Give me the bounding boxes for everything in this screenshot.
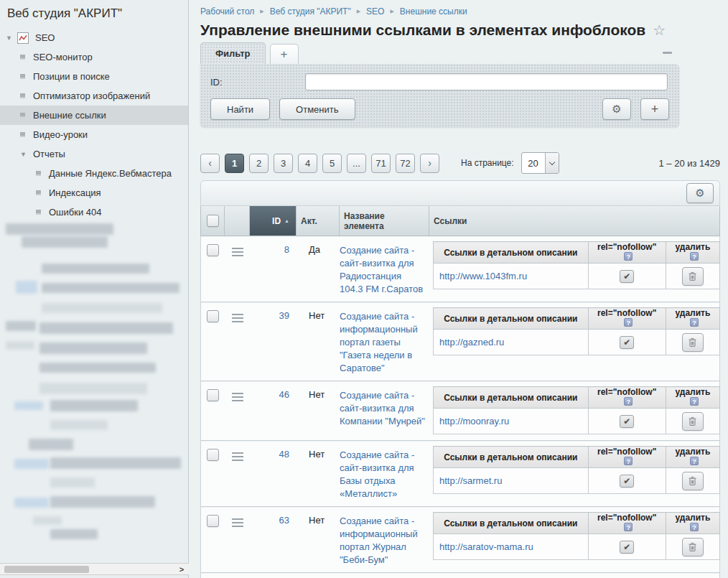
nofollow-checkbox[interactable]: ✔ (620, 541, 634, 554)
find-button[interactable]: Найти (210, 98, 270, 120)
row-active-cell: Да (297, 241, 340, 296)
nofollow-checkbox[interactable]: ✔ (620, 336, 634, 349)
help-icon[interactable]: ? (624, 523, 633, 531)
grid-settings-button[interactable]: ⚙ (686, 183, 714, 203)
redacted-menu-item (50, 477, 95, 488)
sidebar-item-позиции-в-поиске[interactable]: Позиции в поиске (0, 67, 188, 86)
pagination-page-button-71[interactable]: 71 (371, 154, 391, 173)
breadcrumb-item-external-links[interactable]: Внешние ссылки (400, 6, 467, 17)
add-filter-field-button[interactable]: + (640, 98, 669, 120)
pagination-page-button-4[interactable]: 4 (298, 154, 317, 173)
sidebar-item-индексация[interactable]: Индексация (0, 183, 188, 202)
pagination-page-button-3[interactable]: 3 (274, 154, 293, 173)
column-header-id[interactable]: ID▲ (250, 206, 297, 236)
element-name-link[interactable]: Создание сайта - сайт-визитка для Радиос… (340, 244, 429, 296)
scrollbar-right-arrow-icon[interactable]: > (177, 564, 187, 574)
external-url-link[interactable]: http://moonray.ru (439, 416, 509, 426)
pagination-page-button-72[interactable]: 72 (396, 154, 415, 173)
help-icon[interactable]: ? (690, 397, 699, 406)
column-header-name[interactable]: Название элемента (340, 206, 429, 236)
nofollow-checkbox[interactable]: ✔ (620, 415, 634, 428)
help-icon[interactable]: ? (690, 457, 699, 465)
delete-link-button[interactable] (682, 412, 704, 431)
delete-link-button[interactable] (682, 472, 704, 490)
element-name-link[interactable]: Создание сайта - информационный портал Ж… (340, 515, 429, 567)
row-select-cell (201, 307, 225, 375)
row-checkbox[interactable] (207, 244, 219, 256)
filter-settings-button[interactable]: ⚙ (602, 98, 631, 120)
sidebar-item-ошибки-404[interactable]: Ошибки 404 (0, 202, 188, 222)
pagination-ellipsis-button[interactable]: ... (347, 154, 366, 173)
sidebar-horizontal-scrollbar[interactable]: > (0, 563, 189, 575)
element-id-link[interactable]: 46 (279, 389, 289, 400)
select-all-checkbox[interactable] (207, 215, 219, 227)
element-name-link[interactable]: Создание сайта - информационный портал г… (340, 310, 429, 375)
sidebar-item-видео-уроки[interactable]: Видео-уроки (0, 125, 188, 144)
row-actions-menu-icon[interactable] (232, 314, 243, 322)
delete-link-button[interactable] (682, 333, 704, 352)
nofollow-cell: ✔ (588, 330, 666, 355)
element-id-link[interactable]: 39 (279, 310, 289, 321)
element-id-link[interactable]: 63 (279, 515, 289, 526)
scrollbar-thumb[interactable] (4, 566, 89, 573)
sidebar-item-seo[interactable]: ▼SEO (0, 28, 188, 47)
help-icon[interactable]: ? (624, 397, 633, 406)
column-header-links[interactable]: Ссылки (429, 206, 719, 236)
element-id-link[interactable]: 8 (284, 244, 289, 255)
help-icon[interactable]: ? (624, 457, 633, 465)
row-actions-menu-icon[interactable] (232, 248, 243, 256)
grid-header: ID▲ Акт. Название элемента Ссылки (200, 206, 720, 236)
breadcrumb-item-seo[interactable]: SEO (366, 6, 384, 17)
pagination-page-button-5[interactable]: 5 (322, 154, 342, 173)
row-menu-cell (225, 446, 250, 500)
per-page-select[interactable]: 20 (521, 152, 559, 174)
delete-link-button[interactable] (682, 267, 704, 286)
breadcrumb-item-akrit[interactable]: Веб студия "АКРИТ" (270, 6, 351, 17)
element-name-link[interactable]: Создание сайта - сайт-визитка для Компан… (340, 389, 429, 428)
external-url-link[interactable]: http://saratov-mama.ru (439, 541, 533, 552)
row-checkbox[interactable] (207, 449, 219, 461)
help-icon[interactable]: ? (690, 318, 699, 327)
help-icon[interactable]: ? (624, 252, 633, 261)
add-filter-tab-button[interactable]: + (270, 44, 299, 64)
redacted-menu-item (42, 303, 162, 313)
sidebar-item-оптимизатор-изображений[interactable]: Оптимизатор изображений (0, 86, 188, 106)
pagination-page-button-2[interactable]: 2 (249, 154, 269, 173)
row-actions-menu-icon[interactable] (232, 452, 243, 461)
column-header-active[interactable]: Акт. (297, 206, 340, 236)
pagination-prev-button[interactable]: ‹ (200, 154, 220, 173)
external-url-link[interactable]: http://www.1043fm.ru (439, 271, 527, 281)
sidebar-item-отчеты[interactable]: ▼Отчеты (0, 144, 188, 164)
redacted-menu-item (50, 400, 138, 411)
help-icon[interactable]: ? (624, 318, 633, 327)
element-name-link[interactable]: Создание сайта - сайт-визитка для Базы о… (340, 449, 429, 500)
external-url-link[interactable]: http://gazned.ru (439, 337, 504, 348)
row-actions-menu-icon[interactable] (232, 518, 243, 527)
delete-link-button[interactable] (682, 538, 704, 556)
nofollow-checkbox[interactable]: ✔ (620, 475, 634, 488)
filter-id-input[interactable] (305, 73, 668, 90)
help-icon[interactable]: ? (690, 523, 699, 531)
row-links-cell: Ссылки в детальном описанииrel="nofollow… (429, 512, 720, 567)
pagination-next-button[interactable]: › (420, 154, 439, 173)
sidebar-title: Веб студия "АКРИТ" (0, 0, 188, 28)
breadcrumb-item-desktop[interactable]: Рабочий стол (200, 6, 254, 17)
sidebar-item-внешние-ссылки[interactable]: Внешние ссылки (0, 106, 188, 125)
cancel-button[interactable]: Отменить (279, 98, 355, 120)
sidebar-item-данные-яндекс-вебмастера[interactable]: Данные Яндекс.Вебмастера (0, 164, 188, 183)
row-checkbox[interactable] (207, 515, 219, 527)
favorite-star-icon[interactable]: ☆ (653, 22, 666, 39)
row-checkbox[interactable] (207, 389, 219, 401)
help-icon[interactable]: ? (690, 252, 699, 261)
sidebar-item-seo-монитор[interactable]: SEO-монитор (0, 47, 188, 67)
nofollow-checkbox[interactable]: ✔ (620, 270, 634, 283)
external-url-link[interactable]: http://sarmet.ru (439, 475, 502, 486)
row-actions-menu-icon[interactable] (232, 393, 243, 401)
filter-panel: ID: Найти Отменить ⚙ + (200, 64, 679, 127)
element-id-link[interactable]: 48 (279, 449, 289, 460)
pagination-page-button-1[interactable]: 1 (225, 154, 244, 173)
tab-filter[interactable]: Фильтр (200, 42, 266, 64)
row-checkbox[interactable] (207, 310, 219, 322)
redacted-menu-item (29, 439, 73, 450)
collapse-filter-icon[interactable] (663, 52, 672, 54)
